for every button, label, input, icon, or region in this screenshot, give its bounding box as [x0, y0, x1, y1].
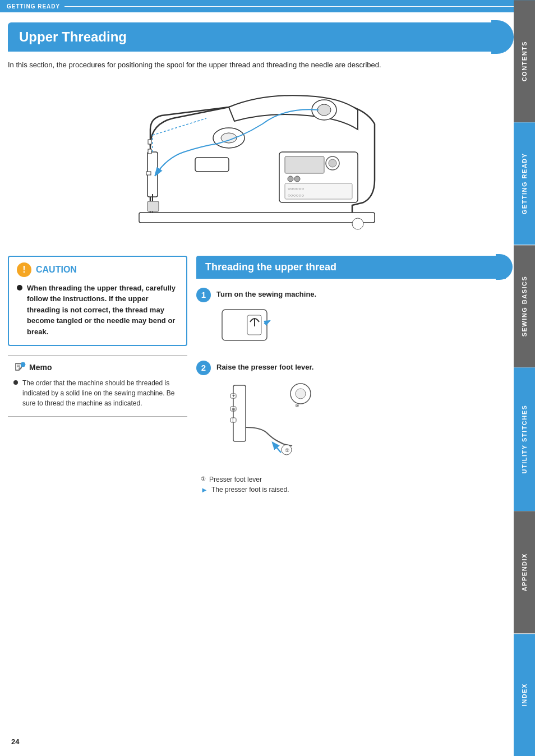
svg-point-26	[21, 362, 25, 367]
threading-title-box: Threading the upper thread	[196, 256, 506, 279]
memo-bullet: The order that the machine should be thr…	[13, 378, 182, 408]
svg-text:⊕: ⊕	[232, 407, 236, 412]
sidebar-tab-appendix[interactable]: APPENDIX	[514, 511, 535, 633]
memo-text: The order that the machine should be thr…	[22, 378, 182, 408]
svg-rect-6	[195, 158, 229, 172]
svg-rect-21	[139, 213, 375, 223]
footnote-num-1: ①	[201, 476, 206, 482]
machine-svg: ○○○○○○ ○○○○○○	[117, 79, 397, 247]
result-item: ► The presser foot is raised.	[201, 486, 506, 494]
footnote-text-1: Presser foot lever	[209, 476, 262, 483]
sidebar-tab-getting-ready[interactable]: GETTING READY	[514, 122, 535, 245]
bullet-dot	[17, 285, 22, 291]
intro-text: In this section, the procedures for posi…	[8, 59, 506, 71]
page-number: 24	[11, 737, 19, 746]
step-2: 2 Raise the presser foot lever. + ⊕	[196, 361, 506, 494]
footnotes: ① Presser foot lever ► The presser foot …	[201, 476, 506, 494]
page-title-box: Upper Threading	[8, 22, 506, 52]
footnote-1: ① Presser foot lever	[201, 476, 506, 483]
svg-rect-19	[148, 149, 151, 154]
svg-rect-20	[146, 172, 151, 175]
machine-diagram: ○○○○○○ ○○○○○○	[8, 76, 506, 250]
result-text: The presser foot is raised.	[211, 486, 289, 494]
right-column: Threading the upper thread 1 Turn on the…	[196, 256, 506, 504]
top-bar: GETTING READY	[0, 0, 535, 12]
svg-point-13	[288, 176, 293, 182]
right-sidebar: CONTENTS GETTING READY SEWING BASICS UTI…	[514, 0, 535, 756]
top-bar-line	[64, 6, 528, 7]
left-column: ! CAUTION When threading the upper threa…	[8, 256, 187, 504]
svg-rect-10	[285, 156, 324, 173]
svg-point-12	[329, 159, 336, 167]
caution-text: When threading the upper thread, careful…	[27, 283, 178, 338]
caution-bullet: When threading the upper thread, careful…	[17, 283, 178, 338]
svg-text:!: !	[232, 417, 234, 423]
svg-point-14	[294, 176, 300, 182]
memo-header: Memo	[13, 361, 182, 374]
sidebar-tab-index[interactable]: INDEX	[514, 634, 535, 756]
step-2-diagram: + ⊕ !	[216, 380, 506, 471]
memo-svg-icon	[13, 361, 26, 374]
caution-icon: !	[17, 262, 31, 277]
step-1-text: Turn on the sewing machine.	[216, 288, 316, 298]
step-2-number: 2	[196, 361, 211, 375]
step-1-number: 1	[196, 288, 211, 302]
page-title: Upper Threading	[19, 29, 127, 45]
top-bar-label: GETTING READY	[7, 3, 60, 10]
svg-text:+: +	[232, 393, 235, 399]
svg-text:⊗: ⊗	[295, 403, 299, 408]
bottom-columns: ! CAUTION When threading the upper threa…	[8, 256, 506, 504]
memo-bullet-dot	[13, 380, 18, 385]
memo-box: Memo The order that the machine should b…	[8, 355, 187, 417]
memo-label: Memo	[29, 363, 52, 372]
svg-rect-23	[147, 201, 159, 211]
step-2-header: 2 Raise the presser foot lever.	[196, 361, 506, 375]
caution-box: ! CAUTION When threading the upper threa…	[8, 256, 187, 347]
threading-title: Threading the upper thread	[205, 261, 336, 273]
step-1-header: 1 Turn on the sewing machine.	[196, 288, 506, 302]
sidebar-tab-sewing-basics[interactable]: SEWING BASICS	[514, 245, 535, 367]
main-content: Upper Threading In this section, the pro…	[0, 22, 514, 521]
caution-label: CAUTION	[36, 265, 77, 275]
svg-point-37	[296, 389, 306, 399]
step-2-text: Raise the presser foot lever.	[216, 361, 313, 371]
svg-rect-18	[148, 140, 151, 144]
sidebar-tab-contents[interactable]: CONTENTS	[514, 0, 535, 122]
svg-text:○○○○○○: ○○○○○○	[288, 193, 304, 198]
svg-point-5	[317, 104, 331, 116]
caution-header: ! CAUTION	[17, 262, 178, 277]
memo-icon	[13, 361, 26, 374]
sidebar-tab-utility-stitches[interactable]: UTILITY STITCHES	[514, 367, 535, 511]
step-1-diagram	[216, 307, 506, 351]
result-arrow: ►	[201, 486, 208, 494]
svg-text:○○○○○○: ○○○○○○	[288, 186, 304, 191]
step-1: 1 Turn on the sewing machine.	[196, 288, 506, 351]
svg-text:①: ①	[285, 448, 289, 453]
step1-svg	[216, 307, 273, 349]
step2-svg: + ⊕ !	[216, 380, 317, 469]
svg-point-22	[352, 218, 363, 229]
